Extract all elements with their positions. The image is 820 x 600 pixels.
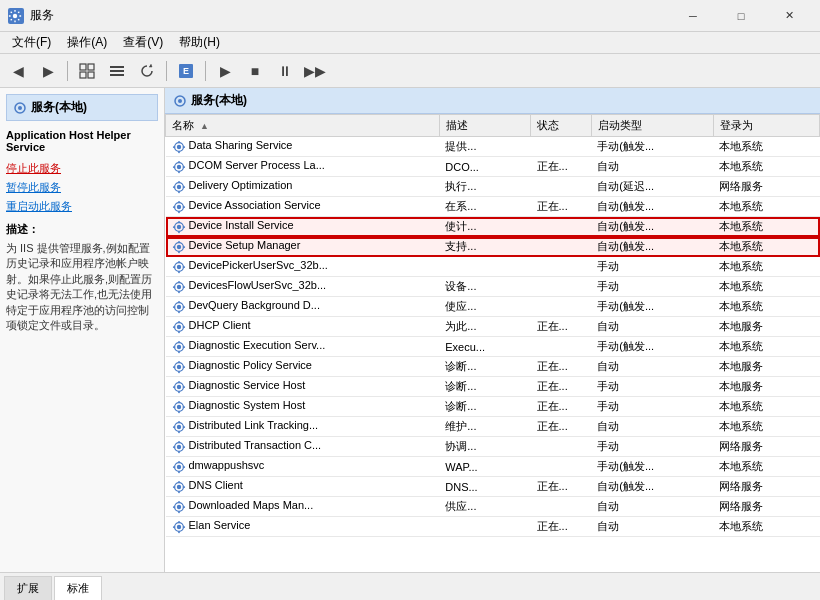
service-desc: 使计... xyxy=(439,217,530,237)
menu-action[interactable]: 操作(A) xyxy=(59,32,115,53)
selected-service-name: Application Host Helper Service xyxy=(6,129,158,153)
svg-point-34 xyxy=(178,200,180,202)
view-button[interactable] xyxy=(73,58,101,84)
service-startup: 自动(触发... xyxy=(591,237,713,257)
forward-button[interactable]: ▶ xyxy=(34,58,62,84)
right-panel: 服务(本地) 名称 ▲ 描述 状态 启动类型 登录为 xyxy=(165,88,820,572)
menu-view[interactable]: 查看(V) xyxy=(115,32,171,53)
table-row[interactable]: Data Sharing Service提供...手动(触发...本地系统 xyxy=(166,137,820,157)
service-startup: 自动(触发... xyxy=(591,197,713,217)
service-name-text: Device Setup Manager xyxy=(189,239,301,251)
table-row[interactable]: Device Association Service在系...正在...自动(触… xyxy=(166,197,820,217)
pause-service-link[interactable]: 暂停此服务 xyxy=(6,180,158,195)
service-icon xyxy=(172,420,186,434)
svg-point-131 xyxy=(178,531,180,533)
service-login: 本地系统 xyxy=(713,237,819,257)
col-header-startup[interactable]: 启动类型 xyxy=(591,115,713,137)
table-row[interactable]: DevicePickerUserSvc_32b...手动本地系统 xyxy=(166,257,820,277)
tab-standard[interactable]: 标准 xyxy=(54,576,102,600)
service-startup: 自动 xyxy=(591,157,713,177)
service-startup: 自动 xyxy=(591,357,713,377)
col-header-login[interactable]: 登录为 xyxy=(713,115,819,137)
svg-point-126 xyxy=(172,506,174,508)
col-header-desc[interactable]: 描述 xyxy=(439,115,530,137)
maximize-button[interactable]: □ xyxy=(718,1,764,31)
svg-point-108 xyxy=(172,446,174,448)
svg-point-122 xyxy=(176,504,180,508)
toolbar-sep-3 xyxy=(205,61,206,81)
service-name-text: Diagnostic Service Host xyxy=(189,379,306,391)
table-row[interactable]: Downloaded Maps Man...供应...自动网络服务 xyxy=(166,497,820,517)
refresh-button[interactable] xyxy=(133,58,161,84)
service-icon xyxy=(172,320,186,334)
svg-rect-1 xyxy=(80,64,86,70)
restart-button[interactable]: ▶▶ xyxy=(301,58,329,84)
service-status: 正在... xyxy=(531,477,592,497)
table-row[interactable]: Distributed Transaction C...协调...手动网络服务 xyxy=(166,437,820,457)
service-name-text: DNS Client xyxy=(189,479,243,491)
table-row[interactable]: Device Install Service使计...自动(触发...本地系统 xyxy=(166,217,820,237)
col-header-status[interactable]: 状态 xyxy=(531,115,592,137)
col-header-name[interactable]: 名称 ▲ xyxy=(166,115,440,137)
table-row[interactable]: Distributed Link Tracking...维护...正在...自动… xyxy=(166,417,820,437)
menu-file[interactable]: 文件(F) xyxy=(4,32,59,53)
table-row[interactable]: DNS ClientDNS...正在...自动(触发...网络服务 xyxy=(166,477,820,497)
table-row[interactable]: DCOM Server Process La...DCO...正在...自动本地… xyxy=(166,157,820,177)
restart-service-link[interactable]: 重启动此服务 xyxy=(6,199,158,214)
svg-point-19 xyxy=(183,146,185,148)
svg-point-79 xyxy=(183,346,185,348)
svg-point-98 xyxy=(176,424,180,428)
table-row[interactable]: Delivery Optimization执行...自动(延迟...网络服务 xyxy=(166,177,820,197)
stop-button[interactable]: ■ xyxy=(241,58,269,84)
table-row[interactable]: Elan Service正在...自动本地系统 xyxy=(166,517,820,537)
service-login: 本地服务 xyxy=(713,317,819,337)
service-login: 本地系统 xyxy=(713,277,819,297)
svg-point-121 xyxy=(183,486,185,488)
back-button[interactable]: ◀ xyxy=(4,58,32,84)
service-name-text: Device Association Service xyxy=(189,199,321,211)
close-button[interactable]: ✕ xyxy=(766,1,812,31)
table-row[interactable]: DevicesFlowUserSvc_32b...设备...手动本地系统 xyxy=(166,277,820,297)
service-icon xyxy=(172,460,186,474)
service-startup: 手动 xyxy=(591,377,713,397)
table-row[interactable]: Diagnostic Execution Serv...Execu...手动(触… xyxy=(166,337,820,357)
service-name-text: Distributed Link Tracking... xyxy=(189,419,319,431)
service-startup: 自动 xyxy=(591,517,713,537)
up-button[interactable] xyxy=(103,58,131,84)
svg-point-36 xyxy=(172,206,174,208)
table-row[interactable]: dmwappushsvcWAP...手动(触发...本地系统 xyxy=(166,457,820,477)
table-row[interactable]: Device Setup Manager支持...自动(触发...本地系统 xyxy=(166,237,820,257)
play-button[interactable]: ▶ xyxy=(211,58,239,84)
svg-rect-6 xyxy=(110,70,124,72)
stop-service-link[interactable]: 停止此服务 xyxy=(6,161,158,176)
svg-point-77 xyxy=(178,351,180,353)
svg-point-106 xyxy=(178,440,180,442)
svg-rect-4 xyxy=(88,72,94,78)
pause-button[interactable]: ⏸ xyxy=(271,58,299,84)
table-row[interactable]: DevQuery Background D...使应...手动(触发...本地系… xyxy=(166,297,820,317)
svg-point-30 xyxy=(172,186,174,188)
export-button[interactable]: E xyxy=(172,58,200,84)
table-row[interactable]: Diagnostic Service Host诊断...正在...手动本地服务 xyxy=(166,377,820,397)
service-icon xyxy=(172,500,186,514)
tab-expand[interactable]: 扩展 xyxy=(4,576,52,600)
table-row[interactable]: Diagnostic System Host诊断...正在...手动本地系统 xyxy=(166,397,820,417)
service-status xyxy=(531,217,592,237)
svg-point-32 xyxy=(176,204,180,208)
service-icon xyxy=(172,340,186,354)
svg-point-13 xyxy=(178,99,182,103)
service-desc: WAP... xyxy=(439,457,530,477)
service-login: 本地服务 xyxy=(713,377,819,397)
service-login: 本地系统 xyxy=(713,197,819,217)
table-row[interactable]: Diagnostic Policy Service诊断...正在...自动本地服… xyxy=(166,357,820,377)
svg-point-0 xyxy=(13,13,17,17)
service-list-wrapper[interactable]: 名称 ▲ 描述 状态 启动类型 登录为 Data Sharing Service… xyxy=(165,114,820,572)
service-icon xyxy=(172,300,186,314)
bottom-tabs: 扩展 标准 xyxy=(0,572,820,600)
minimize-button[interactable]: ─ xyxy=(670,1,716,31)
service-status xyxy=(531,337,592,357)
menu-help[interactable]: 帮助(H) xyxy=(171,32,228,53)
table-row[interactable]: DHCP Client为此...正在...自动本地服务 xyxy=(166,317,820,337)
svg-point-38 xyxy=(176,224,180,228)
service-name-text: Delivery Optimization xyxy=(189,179,293,191)
